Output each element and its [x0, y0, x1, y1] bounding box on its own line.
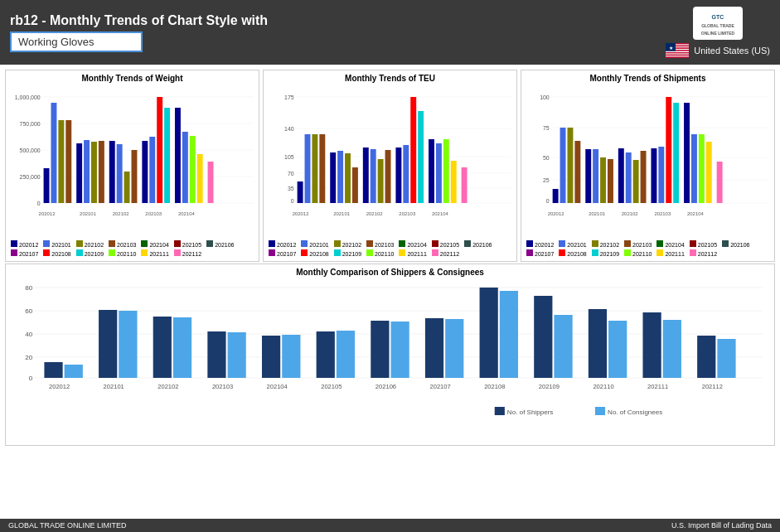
svg-rect-79 [385, 150, 391, 203]
svg-rect-40 [124, 172, 130, 203]
svg-text:202112: 202112 [702, 383, 723, 390]
svg-rect-74 [345, 153, 351, 203]
svg-rect-34 [76, 143, 82, 203]
svg-rect-164 [480, 288, 498, 378]
svg-rect-70 [312, 134, 317, 203]
svg-rect-146 [153, 317, 172, 378]
svg-text:0: 0 [546, 198, 550, 204]
svg-text:202101: 202101 [80, 211, 96, 216]
svg-rect-81 [403, 145, 409, 203]
teu-chart-svg: 175 140 105 70 35 0 [267, 85, 513, 238]
svg-rect-43 [149, 137, 155, 203]
svg-rect-179 [495, 407, 505, 415]
svg-rect-108 [585, 149, 591, 203]
svg-rect-173 [642, 312, 661, 378]
svg-rect-118 [666, 97, 671, 203]
svg-rect-85 [436, 143, 442, 203]
header: rb12 - Monthly Trends of Chart Style wit… [0, 0, 780, 65]
footer-data-source: U.S. Import Bill of Lading Data [671, 521, 772, 530]
svg-rect-32 [58, 120, 64, 203]
svg-text:140: 140 [284, 126, 294, 132]
svg-rect-156 [337, 331, 355, 378]
svg-rect-116 [651, 148, 656, 203]
teu-chart-title: Monthly Trends of TEU [267, 74, 513, 83]
header-title-area: rb12 - Monthly Trends of Chart Style wit… [10, 13, 268, 52]
footer-company: GLOBAL TRADE ONLINE LIMITED [8, 521, 127, 530]
svg-rect-174 [663, 320, 681, 378]
svg-text:20: 20 [25, 354, 33, 361]
svg-rect-181 [595, 407, 605, 415]
svg-text:105: 105 [284, 154, 294, 160]
svg-rect-109 [593, 149, 598, 203]
svg-text:25: 25 [543, 177, 550, 183]
shipments-chart: Monthly Trends of Shipments 100 75 50 25… [521, 70, 775, 262]
svg-text:60: 60 [25, 307, 33, 315]
svg-rect-35 [84, 140, 90, 203]
svg-rect-168 [554, 315, 572, 378]
svg-text:ONLINE LIMITED: ONLINE LIMITED [701, 31, 735, 36]
svg-rect-121 [691, 134, 697, 203]
svg-rect-50 [208, 162, 214, 203]
svg-rect-104 [553, 189, 559, 203]
svg-rect-12 [666, 51, 689, 52]
svg-text:40: 40 [25, 331, 33, 338]
svg-text:202109: 202109 [539, 383, 560, 390]
weight-chart-title: Monthly Trends of Weight [9, 74, 255, 83]
top-charts-row: Monthly Trends of Weight 1,000,000 750,0… [0, 65, 780, 264]
svg-rect-159 [391, 322, 409, 378]
svg-rect-84 [429, 139, 434, 203]
svg-rect-41 [132, 150, 138, 203]
svg-rect-33 [65, 120, 71, 203]
svg-text:202104: 202104 [267, 383, 288, 390]
svg-rect-37 [99, 141, 104, 203]
svg-rect-73 [337, 151, 343, 203]
svg-rect-71 [319, 134, 325, 203]
svg-text:202012: 202012 [293, 211, 309, 216]
svg-rect-106 [567, 128, 573, 203]
svg-text:100: 100 [540, 94, 550, 100]
svg-text:0: 0 [291, 198, 294, 204]
svg-rect-76 [363, 148, 369, 203]
svg-rect-115 [641, 151, 647, 203]
svg-rect-15 [666, 55, 689, 56]
shipments-chart-title: Monthly Trends of Shipments [525, 74, 771, 83]
svg-rect-83 [418, 111, 424, 203]
svg-text:202106: 202106 [375, 383, 396, 390]
svg-text:202102: 202102 [113, 211, 129, 216]
svg-rect-17 [666, 57, 689, 58]
svg-rect-123 [706, 142, 712, 203]
svg-text:202101: 202101 [589, 211, 605, 216]
svg-text:202012: 202012 [39, 211, 56, 216]
svg-rect-78 [378, 159, 384, 203]
svg-rect-143 [99, 310, 117, 378]
us-flag-icon: ★ [666, 43, 689, 58]
svg-text:202012: 202012 [548, 211, 564, 216]
svg-text:75: 75 [543, 125, 550, 131]
svg-text:202102: 202102 [157, 383, 178, 390]
search-input[interactable] [10, 31, 143, 52]
svg-rect-80 [395, 148, 401, 203]
svg-text:202012: 202012 [49, 383, 70, 390]
svg-rect-114 [633, 160, 639, 203]
svg-rect-171 [608, 321, 627, 378]
svg-rect-122 [699, 134, 705, 203]
svg-rect-47 [182, 132, 188, 203]
svg-rect-165 [500, 291, 518, 378]
shippers-chart-title: Monthly Comparison of Shippers & Consign… [9, 268, 771, 277]
svg-rect-111 [608, 159, 613, 203]
logo-area: GTC GLOBAL TRADE ONLINE LIMITED [666, 7, 770, 58]
svg-rect-13 [666, 52, 689, 53]
svg-rect-16 [666, 56, 689, 56]
weight-chart: Monthly Trends of Weight 1,000,000 750,0… [5, 70, 259, 262]
svg-text:750,000: 750,000 [20, 121, 41, 127]
svg-text:202102: 202102 [622, 211, 638, 216]
svg-rect-82 [410, 97, 416, 203]
svg-rect-87 [451, 161, 457, 203]
shippers-chart: Monthly Comparison of Shippers & Consign… [5, 264, 775, 446]
svg-rect-113 [626, 152, 632, 203]
page-title: rb12 - Monthly Trends of Chart Style wit… [10, 13, 268, 28]
svg-text:0: 0 [29, 375, 33, 382]
svg-text:50: 50 [543, 155, 550, 161]
svg-rect-45 [164, 108, 170, 203]
svg-rect-119 [673, 103, 679, 203]
